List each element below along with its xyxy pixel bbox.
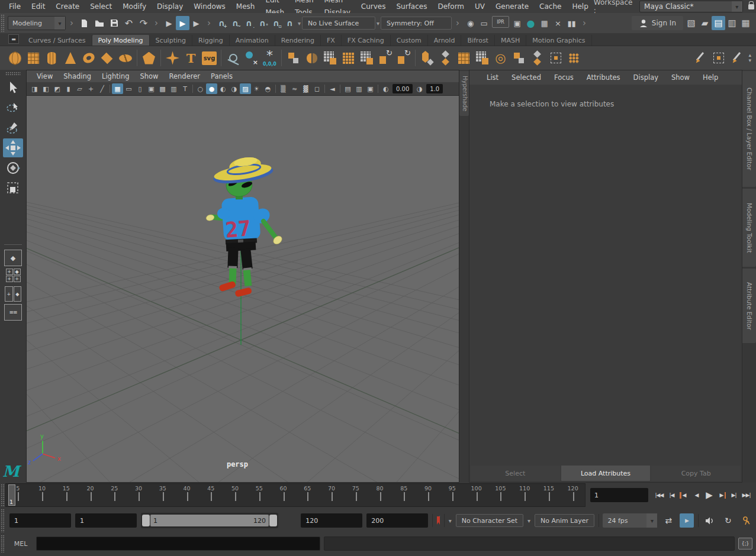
poly-cone-icon[interactable] [61, 49, 79, 67]
ambient-occlusion-icon[interactable]: ▒ [278, 83, 289, 94]
smooth-shade-icon[interactable]: ● [206, 83, 217, 94]
playback-options-icon[interactable]: ▶ [680, 513, 694, 528]
attribute-editor-menu-item[interactable]: Show [665, 73, 696, 82]
single-pane-layout-button[interactable]: ◆ [4, 250, 22, 266]
move-tool[interactable] [3, 138, 23, 157]
shelf-tab[interactable]: FX Caching [342, 35, 391, 46]
zero-transforms-icon[interactable]: 0,0,0 [260, 49, 279, 67]
pane-layout-right-icon[interactable]: ▥ [353, 83, 365, 94]
menu-item[interactable]: Curves [356, 1, 391, 13]
section-divider[interactable]: › [67, 18, 76, 28]
menu-item[interactable]: Edit [26, 1, 50, 13]
spin-edge-icon[interactable] [528, 49, 546, 67]
super-shape-icon[interactable] [163, 49, 182, 67]
image-plane-icon[interactable]: ▱ [74, 83, 85, 94]
separate-icon[interactable] [303, 49, 321, 67]
select-by-component-icon[interactable]: ▶ [189, 16, 203, 30]
grid-toggle-icon[interactable]: ▦ [112, 83, 123, 94]
poly-plane-icon[interactable] [98, 49, 116, 67]
right-panel-tab[interactable]: Attribute Editor [742, 269, 756, 343]
shadows-icon[interactable]: ◓ [262, 83, 274, 94]
poly-sphere-icon[interactable] [6, 49, 24, 67]
pose-editor-toggle-icon[interactable]: ▰ [698, 16, 712, 30]
two-d-pan-zoom-icon[interactable]: + [85, 83, 96, 94]
select-tool[interactable] [3, 78, 23, 97]
command-language-toggle[interactable]: MEL [9, 540, 33, 548]
chevron-down-icon[interactable]: ▾ [449, 518, 452, 524]
drag-handle[interactable] [1, 509, 5, 532]
menu-item[interactable]: Modify [117, 1, 152, 13]
toggle-display-icon[interactable]: × [551, 16, 565, 30]
step-forward-key-button[interactable]: ▶ [715, 487, 728, 503]
right-panel-tab[interactable]: Modeling Toolkit [742, 189, 756, 267]
shelf-tab[interactable]: Arnold [428, 35, 462, 46]
paint-select-tool[interactable] [3, 118, 23, 137]
snap-to-grid-icon[interactable]: ∩+ [215, 16, 229, 30]
chevron-down-icon[interactable]: ▾ [298, 20, 301, 27]
shelf-tab[interactable]: Motion Graphics [526, 35, 591, 46]
viewport-menu-item[interactable]: View [31, 72, 58, 80]
character-set-field[interactable]: No Character Set [456, 514, 523, 527]
sign-in-button[interactable]: Sign In [632, 16, 683, 30]
sync-playback-icon[interactable]: ↻ [721, 513, 735, 528]
motion-blur-icon[interactable]: ≈ [289, 83, 300, 94]
poly-cylinder-icon[interactable] [43, 49, 61, 67]
attribute-editor-menu-item[interactable]: List [480, 73, 505, 82]
shelf-tab[interactable]: Curves / Surfaces [22, 35, 92, 46]
viewport-menu-item[interactable]: Panels [205, 72, 238, 80]
loop-playback-icon[interactable]: ⇄ [661, 513, 675, 528]
symmetry-field[interactable]: Symmetry: Off [381, 17, 452, 30]
extrude-icon[interactable] [418, 49, 436, 67]
attribute-editor-button[interactable]: Copy Tab [651, 466, 741, 481]
go-to-start-button[interactable]: |◀◀ [653, 487, 665, 503]
drag-handle[interactable] [1, 484, 5, 506]
viewport-menu-item[interactable]: Show [135, 72, 164, 80]
split-pane-layout-button[interactable]: +◆ [5, 286, 21, 302]
animation-end-field[interactable]: 200 [366, 513, 428, 528]
quad-draw-sphere-icon[interactable] [565, 49, 583, 67]
type-tool-icon[interactable]: T [182, 49, 200, 67]
shelf-tab[interactable]: Custom [391, 35, 428, 46]
undo-icon[interactable]: ↶ [122, 16, 136, 30]
viewport-menu-item[interactable]: Shading [58, 72, 96, 80]
textured-icon[interactable]: ◑ [229, 83, 240, 94]
shelf-tab[interactable]: Bifrost [461, 35, 495, 46]
range-track[interactable]: 1 120 [150, 515, 269, 526]
open-render-view-icon[interactable]: ◉ [464, 16, 477, 30]
right-panel-tab[interactable]: Channel Box / Layer Editor [742, 71, 756, 187]
menu-item[interactable]: File [4, 1, 26, 13]
textured-checker-icon[interactable]: ▨ [240, 83, 251, 94]
bookmark-icon[interactable]: ▮ [63, 83, 74, 94]
range-start-handle[interactable] [142, 515, 150, 526]
snap-to-curve-icon[interactable]: ∩~ [229, 16, 242, 30]
platonic-solid-icon[interactable] [140, 49, 158, 67]
add-divisions-icon[interactable] [473, 49, 491, 67]
menu-item[interactable]: Deform [432, 1, 469, 13]
safe-action-icon[interactable]: ▥ [168, 83, 179, 94]
poly-cube-icon[interactable] [24, 49, 43, 67]
mute-audio-icon[interactable] [703, 513, 717, 528]
bookmark-flag-icon[interactable] [437, 516, 440, 525]
smooth-icon[interactable] [358, 49, 376, 67]
step-back-frame-button[interactable]: |◀ [665, 487, 678, 503]
select-camera-icon[interactable]: ◨ [29, 83, 40, 94]
range-slider[interactable]: 1 120 [141, 513, 278, 528]
snap-to-point-icon[interactable]: ∩. [242, 16, 256, 30]
boolean-icon[interactable] [510, 49, 528, 67]
timeline-ruler[interactable]: 1 51015202530354045505560657075808590951… [5, 483, 586, 507]
shelf-tab[interactable]: FX [321, 35, 342, 46]
bridge-icon[interactable] [455, 49, 473, 67]
attribute-editor-menu-item[interactable]: Focus [548, 73, 580, 82]
gamma-icon[interactable]: ◑ [414, 83, 425, 94]
isolate-select-icon[interactable]: ◄ [327, 83, 338, 94]
four-pane-layout-button[interactable]: +◆++ [5, 269, 21, 284]
mirror-icon[interactable] [321, 49, 339, 67]
lock-camera-icon[interactable]: ◧ [40, 83, 52, 94]
menu-item[interactable]: Select [85, 1, 117, 13]
shelf-tab[interactable]: Sculpting [150, 35, 192, 46]
hypershade-window-icon[interactable]: ● [524, 16, 538, 30]
playback-end-field[interactable]: 120 [301, 513, 362, 528]
lasso-select-tool[interactable] [3, 98, 23, 117]
svg-tool-icon[interactable]: svg [200, 49, 218, 67]
fps-selector[interactable]: 24 fps ▾ [603, 513, 657, 528]
